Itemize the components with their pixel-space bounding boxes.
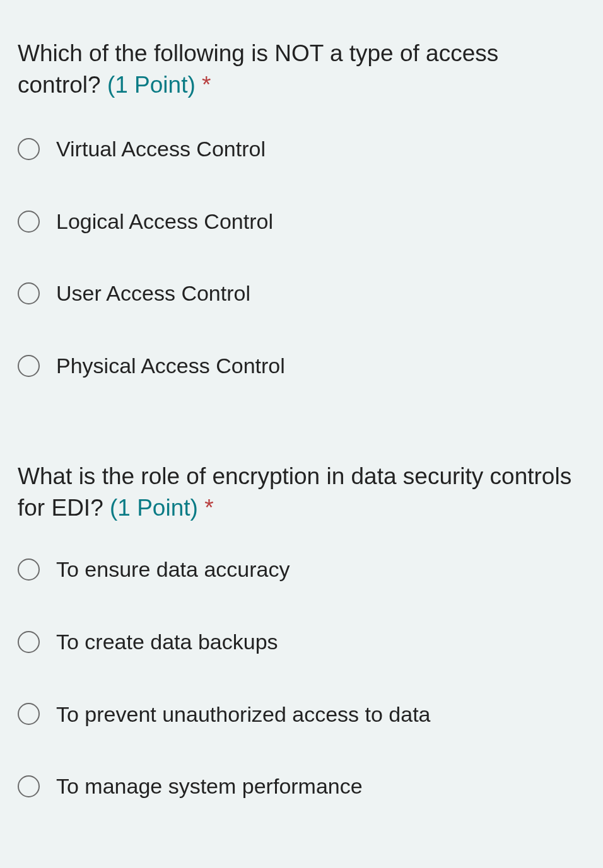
radio-icon	[18, 282, 40, 304]
radio-icon	[18, 775, 40, 797]
option-radio[interactable]: To manage system performance	[18, 773, 585, 799]
option-label: To prevent unauthorized access to data	[56, 702, 431, 727]
question-title: Which of the following is NOT a type of …	[18, 38, 585, 101]
required-indicator: *	[202, 72, 211, 98]
option-radio[interactable]: To prevent unauthorized access to data	[18, 702, 585, 727]
question-title: What is the role of encryption in data s…	[18, 461, 585, 524]
question-text: What is the role of encryption in data s…	[18, 463, 571, 521]
required-indicator: *	[204, 495, 213, 521]
question-text: Which of the following is NOT a type of …	[18, 40, 498, 98]
question-2: What is the role of encryption in data s…	[0, 417, 603, 837]
radio-icon	[18, 631, 40, 653]
option-label: User Access Control	[56, 281, 250, 306]
option-radio[interactable]: User Access Control	[18, 281, 585, 306]
radio-icon	[18, 211, 40, 233]
question-points: (1 Point)	[110, 495, 198, 521]
radio-icon	[18, 703, 40, 725]
radio-icon	[18, 355, 40, 377]
question-points: (1 Point)	[107, 72, 196, 98]
option-label: Physical Access Control	[56, 353, 285, 379]
option-label: To create data backups	[56, 629, 278, 655]
option-label: Logical Access Control	[56, 209, 273, 234]
option-radio[interactable]: To create data backups	[18, 629, 585, 655]
radio-icon	[18, 138, 40, 160]
option-radio[interactable]: Virtual Access Control	[18, 136, 585, 162]
radio-icon	[18, 558, 40, 581]
option-label: To manage system performance	[56, 773, 363, 799]
option-label: Virtual Access Control	[56, 136, 266, 162]
option-label: To ensure data accuracy	[56, 557, 290, 582]
option-radio[interactable]: Physical Access Control	[18, 353, 585, 379]
option-radio[interactable]: To ensure data accuracy	[18, 557, 585, 582]
question-1: Which of the following is NOT a type of …	[0, 0, 603, 417]
option-radio[interactable]: Logical Access Control	[18, 209, 585, 234]
